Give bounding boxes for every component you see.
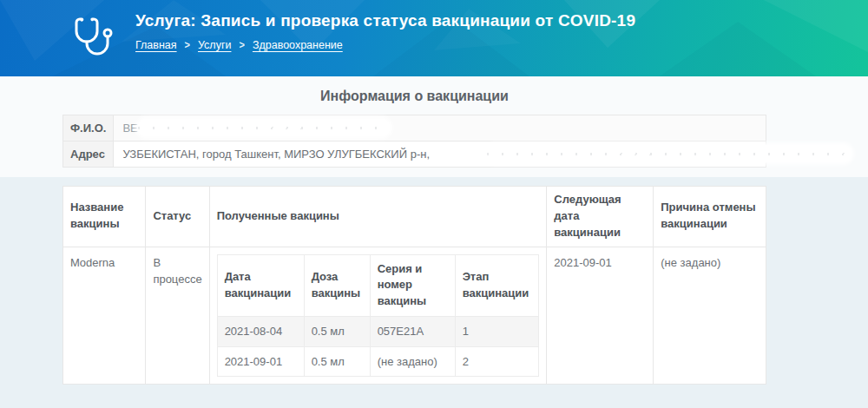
breadcrumb-link-healthcare[interactable]: Здравоохранение: [253, 39, 343, 51]
fio-value: ВЕ: [114, 115, 766, 141]
dose2-dose: 0.5 мл: [304, 346, 370, 377]
redaction-overlay: [487, 145, 852, 162]
table-row-dose-2: 2021-09-01 0.5 мл (не задано) 2: [217, 346, 539, 377]
dose2-series: (не задано): [370, 346, 455, 377]
breadcrumb-link-services[interactable]: Услуги: [198, 39, 231, 51]
dose1-series: 057E21A: [370, 317, 455, 347]
next-date-cell: 2021-09-01: [547, 247, 654, 385]
table-row-vaccine: Moderna В процессе Дата вакцинации Доза …: [63, 247, 766, 385]
fio-label: Ф.И.О.: [63, 115, 114, 141]
table-row-address: Адрес УЗБЕКИСТАН, город Ташкент, МИРЗО У…: [63, 141, 766, 168]
cancel-reason-cell: (не задано): [654, 247, 766, 385]
vaccine-name-cell: Moderna: [63, 247, 146, 385]
received-table-header: Дата вакцинации Доза вакцины Серия и ном…: [217, 254, 539, 317]
breadcrumb: Главная > Услуги > Здравоохранение: [135, 39, 635, 51]
col-next-date: Следующая дата вакцинации: [547, 187, 654, 247]
received-vaccines-table: Дата вакцинации Доза вакцины Серия и ном…: [217, 254, 540, 378]
received-vaccines-cell: Дата вакцинации Доза вакцины Серия и ном…: [209, 247, 547, 385]
vaccination-table-header: Название вакцины Статус Полученные вакци…: [63, 187, 766, 247]
col-vaccination-date: Дата вакцинации: [217, 254, 304, 317]
table-row-fio: Ф.И.О. ВЕ: [63, 115, 766, 141]
dose1-dose: 0.5 мл: [304, 317, 370, 347]
status-cell: В процессе: [146, 247, 209, 385]
chevron-right-icon: >: [185, 39, 190, 50]
dose1-stage: 1: [455, 317, 539, 347]
col-received-vaccines: Полученные вакцины: [209, 187, 547, 247]
address-label: Адрес: [63, 141, 114, 168]
address-value: УЗБЕКИСТАН, город Ташкент, МИРЗО УЛУГБЕК…: [114, 141, 766, 168]
section-title: Информация о вакцинации: [62, 89, 766, 104]
vaccination-table: Название вакцины Статус Полученные вакци…: [62, 186, 766, 385]
col-status: Статус: [146, 187, 209, 247]
page-title: Услуга: Запись и проверка статуса вакцин…: [135, 11, 635, 30]
col-cancel-reason: Причина отмены вакцинации: [654, 187, 766, 247]
col-vaccine-name: Название вакцины: [63, 187, 146, 247]
service-header: Услуга: Запись и проверка статуса вакцин…: [0, 0, 868, 76]
table-row-dose-1: 2021-08-04 0.5 мл 057E21A 1: [217, 317, 539, 347]
dose1-date: 2021-08-04: [217, 317, 304, 347]
dose2-date: 2021-09-01: [217, 346, 304, 377]
info-section: Информация о вакцинации Ф.И.О. ВЕ Адрес …: [0, 76, 868, 177]
chevron-right-icon: >: [239, 39, 244, 50]
person-info-table: Ф.И.О. ВЕ Адрес УЗБЕКИСТАН, город Ташкен…: [62, 115, 766, 168]
stethoscope-icon: [73, 14, 115, 59]
col-stage: Этап вакцинации: [455, 254, 539, 317]
col-series-number: Серия и номер вакцины: [370, 254, 455, 317]
dose2-stage: 2: [455, 346, 539, 377]
breadcrumb-link-home[interactable]: Главная: [135, 39, 177, 51]
col-dose: Доза вакцины: [304, 254, 370, 317]
redaction-overlay: [138, 119, 390, 136]
